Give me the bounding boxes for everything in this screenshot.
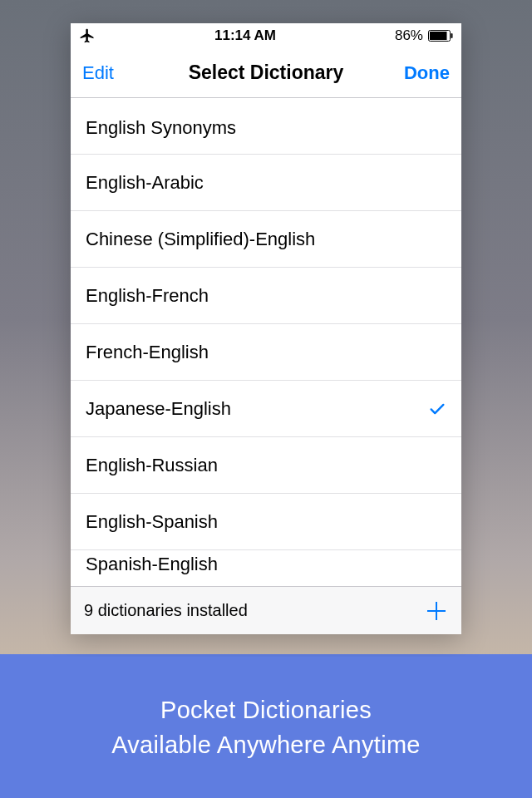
plus-icon [425,599,448,623]
phone-screen: 11:14 AM 86% Edit Select Dictionary Done… [71,23,461,634]
add-dictionary-button[interactable] [425,599,448,623]
promo-caption: Pocket Dictionaries Available Anywhere A… [0,657,532,798]
list-item[interactable]: English-French [71,268,461,324]
status-right: 86% [395,27,453,44]
list-item-label: English-Arabic [86,172,204,194]
battery-percentage: 86% [395,27,423,44]
installed-count-label: 9 dictionaries installed [84,601,248,620]
caption-line-1: Pocket Dictionaries [160,692,372,727]
list-item-label: English Synonyms [86,117,236,139]
list-item[interactable]: Spanish-English [71,550,461,579]
airplane-mode-icon [79,27,96,44]
nav-bar: Edit Select Dictionary Done [71,48,461,98]
list-item[interactable]: English-Russian [71,437,461,494]
svg-rect-2 [451,33,452,38]
status-left [79,27,96,44]
page-title: Select Dictionary [189,62,344,84]
list-item[interactable]: Japanese-English [71,381,461,437]
list-item-label: Spanish-English [86,554,218,575]
caption-line-2: Available Anywhere Anytime [111,727,421,762]
promo-background: 11:14 AM 86% Edit Select Dictionary Done… [0,0,532,798]
done-button[interactable]: Done [392,62,450,84]
status-bar: 11:14 AM 86% [71,23,461,48]
checkmark-icon [428,400,446,418]
list-item-label: English-French [86,285,209,307]
list-item[interactable]: English Synonyms [71,98,461,155]
edit-button[interactable]: Edit [82,62,140,84]
svg-rect-1 [430,32,447,40]
list-item[interactable]: Chinese (Simplified)-English [71,211,461,268]
list-item[interactable]: English-Arabic [71,155,461,211]
status-time: 11:14 AM [214,27,276,44]
list-item-label: Chinese (Simplified)-English [86,229,315,250]
list-item[interactable]: English-Spanish [71,494,461,550]
list-item-label: English-Russian [86,455,218,476]
battery-icon [428,30,453,42]
list-item-label: Japanese-English [86,398,231,420]
toolbar: 9 dictionaries installed [71,586,461,634]
dictionary-list[interactable]: English SynonymsEnglish-ArabicChinese (S… [71,98,461,586]
list-item-label: English-Spanish [86,511,218,533]
list-item[interactable]: French-English [71,324,461,381]
list-item-label: French-English [86,342,209,363]
